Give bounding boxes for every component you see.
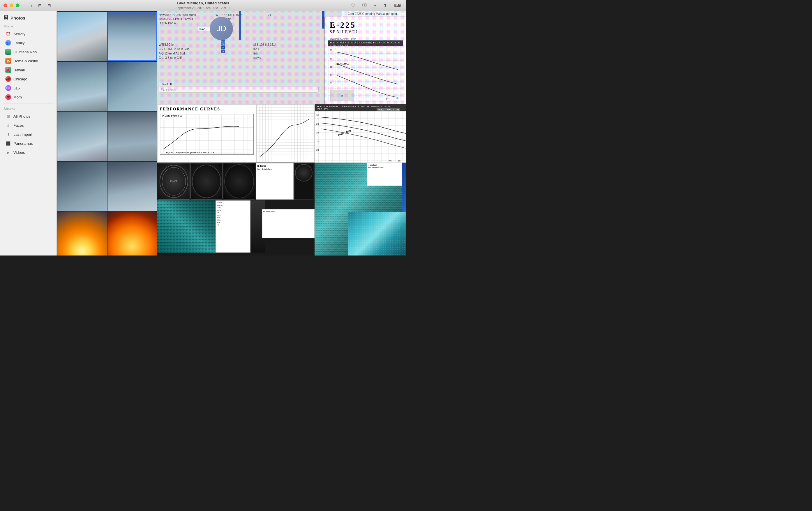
- chicago-icon: 🏙: [5, 76, 11, 82]
- mini-grid: ⊞: [330, 90, 354, 102]
- home-icon: 🏠: [5, 58, 11, 64]
- window-controls: [3, 3, 20, 7]
- bottom-right-noisy: ▪ content text fragments here: [315, 163, 406, 256]
- perf-chart: HP MAN. PRESS. & Figure 1. Prop max mr. …: [160, 114, 254, 155]
- thumbnail-5[interactable]: [57, 112, 107, 161]
- rx-240: 240: [388, 159, 392, 162]
- gauge-3: [223, 163, 255, 200]
- gauge-1-inner: ELIAPB: [162, 167, 186, 196]
- gauge-2: [191, 163, 223, 200]
- faces-icon: ☺: [5, 122, 11, 128]
- sidebar-label-chicago: Chicago: [13, 77, 27, 81]
- sidebar-toggle-button[interactable]: ⊞: [36, 2, 44, 9]
- main-content: JD Haw (KUCHEA 35 35ck itrdon WT 9 7 3 S…: [157, 11, 406, 256]
- heart-button[interactable]: ♡: [350, 2, 356, 9]
- perf-curve-svg: [160, 114, 253, 154]
- thumbnail-7[interactable]: [57, 162, 107, 211]
- scatter-16: naly s: [253, 56, 261, 59]
- share-button[interactable]: ⬆: [382, 2, 388, 9]
- scatter-13: M S 108 6 2 1614: [253, 43, 277, 46]
- sidebar-item-home[interactable]: 🏠 Home & castle: [2, 57, 55, 65]
- thumbnail-6[interactable]: [108, 112, 157, 161]
- 515-icon: 515: [5, 85, 11, 91]
- sidebar-app-title: Photos: [10, 16, 25, 20]
- thumbnail-3[interactable]: [57, 62, 107, 111]
- sidebar-label-quintana: Quintana Roo: [13, 50, 37, 54]
- sidebar-label-all-photos: All Photos: [13, 114, 31, 119]
- e225-subtitle: SEA LEVEL: [330, 30, 401, 34]
- sidebar-item-515[interactable]: 515 515: [2, 84, 55, 92]
- sidebar-item-family[interactable]: 👥 Family: [2, 38, 55, 47]
- sidebar-item-activity[interactable]: ⏰ Activity: [2, 29, 55, 38]
- sidebar-item-mom[interactable]: ❤ Mom: [2, 93, 55, 102]
- gauge-row: ELIAPB ▣ Items Item det: [157, 163, 315, 200]
- gauge-1: ELIAPB: [158, 163, 190, 200]
- content-area: JD Haw (KUCHEA 35 35ck itrdon WT 9 7 3 S…: [157, 11, 406, 256]
- thumbnail-10[interactable]: [108, 211, 157, 256]
- sidebar-item-panoramas[interactable]: ⬛ Panoramas: [2, 139, 55, 148]
- videos-icon: ▶: [5, 149, 11, 155]
- search-placeholder: search...: [166, 88, 178, 91]
- sidebar: 🖼 Photos Shared ⏰ Activity 👥 Family Quin…: [0, 11, 57, 256]
- mom-icon: ❤: [5, 94, 11, 100]
- sidebar-item-last-import[interactable]: ⬇ Last Import: [2, 130, 55, 139]
- mid-chart-section: [256, 104, 315, 163]
- edit-button[interactable]: Edit: [393, 3, 403, 8]
- thumbnail-2[interactable]: [108, 12, 157, 61]
- scatter-10: CSJGFK-i Brl lie in Siso: [159, 48, 190, 51]
- performance-curves-section: PERFORMANCE CURVES HP MAN. PRESS. & Figu…: [157, 104, 256, 163]
- bottom-left-section: S1503param...16344itemslist...moredatafi…: [157, 200, 315, 253]
- close-button[interactable]: [3, 3, 7, 7]
- minimize-button[interactable]: [10, 3, 13, 7]
- perf-figure-caption: Figure 1. Prop max mr. power comparison,…: [166, 151, 215, 154]
- thumbnail-9[interactable]: [57, 211, 107, 256]
- sidebar-label-mom: Mom: [13, 95, 22, 100]
- thumbnail-toggle-button[interactable]: ⊟: [46, 2, 53, 9]
- sidebar-label-family: Family: [13, 41, 25, 45]
- add-button[interactable]: +: [373, 2, 377, 9]
- sidebar-label-last-import: Last Import: [13, 132, 32, 137]
- blue-strip-1: [322, 11, 324, 29]
- sidebar-label-videos: Videos: [13, 150, 25, 155]
- mixed-doc-1: ▪ content text fragments here: [367, 163, 402, 186]
- right-chart-grid: 30 29 28 27 26 PROP LOAD: [315, 111, 406, 163]
- all-photos-icon: ⊞: [5, 113, 11, 119]
- small-icon-3: a: [221, 46, 225, 49]
- maximize-button[interactable]: [16, 3, 20, 7]
- sidebar-item-quintana[interactable]: Quintana Roo: [2, 48, 55, 56]
- hawaii-icon: 🌺: [5, 67, 11, 73]
- search-icon: 🔍: [161, 88, 165, 91]
- thumbnail-strip: [57, 11, 157, 256]
- x-axis-240: 240: [396, 97, 399, 100]
- sidebar-label-activity: Activity: [13, 32, 25, 36]
- sidebar-item-hawaii[interactable]: 🌺 Hawaii: [2, 65, 55, 74]
- bottom-text-content: S1503param...16344itemslist...moredatafi…: [217, 202, 249, 226]
- sidebar-item-all-photos[interactable]: ⊞ All Photos: [2, 112, 55, 121]
- main-container: 🖼 Photos Shared ⏰ Activity 👥 Family Quin…: [0, 11, 406, 256]
- info-button[interactable]: ⓘ: [361, 2, 368, 9]
- avatar-initials: JD: [216, 24, 226, 33]
- thumbnail-8[interactable]: [108, 162, 157, 211]
- thumbnail-1[interactable]: [57, 12, 107, 61]
- gauge-strip-dial: [295, 164, 313, 181]
- thumbnail-4[interactable]: [108, 62, 157, 111]
- sidebar-label-515: 515: [13, 86, 20, 90]
- sidebar-label-panoramas: Panoramas: [13, 141, 33, 146]
- gauge-3-face: [224, 164, 254, 198]
- back-nav-button[interactable]: ‹: [29, 2, 34, 9]
- sidebar-item-faces[interactable]: ☺ Faces: [2, 121, 55, 130]
- teal-block-2: [348, 212, 406, 256]
- sidebar-item-videos[interactable]: ▶ Videos: [2, 148, 55, 157]
- x-axis-13: (13: [386, 97, 389, 100]
- perf-y-label: HP MAN. PRESS. &: [161, 115, 182, 117]
- perf-curves-title: PERFORMANCE CURVES: [160, 107, 254, 112]
- sidebar-item-chicago[interactable]: 🏙 Chicago: [2, 75, 55, 83]
- gauge-strip: [294, 163, 313, 200]
- search-bar[interactable]: 🔍 search...: [159, 86, 319, 93]
- titlebar-nav-buttons: ‹ ⊞ ⊟: [29, 2, 53, 9]
- titlebar-actions: ♡ ⓘ + ⬆ Edit: [350, 2, 403, 9]
- gauge-doc-title: ▣ Items: [257, 165, 292, 167]
- top-zone: JD Haw (KUCHEA 35 35ck itrdon WT 9 7 3 S…: [157, 11, 406, 104]
- rx-13: (13: [398, 159, 402, 162]
- doc-panel-title: 📄 Cont E225 Operating Manual.pdf (pag...: [343, 12, 405, 16]
